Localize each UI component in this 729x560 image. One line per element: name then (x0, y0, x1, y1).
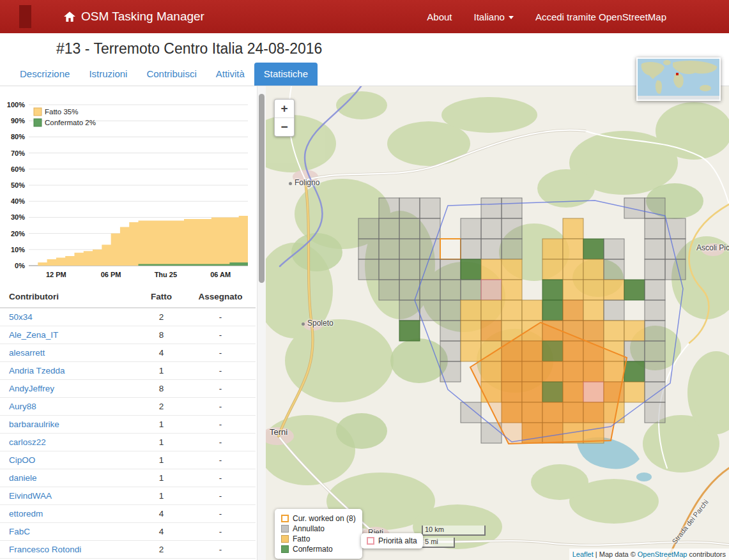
task-cell[interactable] (624, 198, 645, 218)
login-link[interactable]: Accedi tramite OpenStreetMap (535, 11, 666, 22)
contributor-link[interactable]: AndyJeffrey (9, 384, 54, 393)
task-cell[interactable] (604, 259, 624, 280)
leaflet-link[interactable]: Leaflet (572, 550, 594, 558)
task-cell[interactable] (399, 198, 420, 218)
task-cell[interactable] (461, 280, 481, 300)
task-cell[interactable] (583, 239, 604, 259)
osm-link[interactable]: OpenStreetMap (638, 550, 687, 558)
contributor-link[interactable]: Ale_Zena_IT (9, 330, 58, 340)
contributor-link[interactable]: ettoredm (9, 509, 43, 518)
task-cell[interactable] (502, 259, 522, 280)
contributor-link[interactable]: daniele (9, 473, 37, 483)
task-cell[interactable] (440, 341, 461, 361)
task-cell[interactable] (481, 280, 502, 300)
about-link[interactable]: About (427, 11, 452, 22)
task-cell[interactable] (583, 280, 604, 300)
task-cell[interactable] (379, 259, 399, 280)
task-cell[interactable] (583, 259, 604, 280)
task-cell[interactable] (481, 239, 502, 259)
task-cell[interactable] (502, 218, 522, 239)
task-cell[interactable] (542, 300, 563, 321)
task-cell[interactable] (461, 341, 481, 361)
task-cell[interactable] (624, 321, 645, 341)
task-cell[interactable] (563, 239, 583, 259)
task-cell[interactable] (604, 280, 624, 300)
contributor-link[interactable]: Aury88 (9, 402, 36, 411)
task-cell[interactable] (399, 259, 420, 280)
task-cell[interactable] (399, 280, 420, 300)
task-cell[interactable] (542, 259, 563, 280)
task-cell[interactable] (481, 321, 502, 341)
contributor-link[interactable]: Francesco Rotondi (9, 545, 81, 554)
task-cell[interactable] (358, 259, 379, 280)
tab-attivita[interactable]: Attività (206, 63, 254, 86)
task-map[interactable]: + − Foligno Spoleto Terni Rieti Ascoli P… (266, 86, 729, 560)
task-cell[interactable] (440, 259, 461, 280)
task-cell[interactable] (502, 198, 522, 218)
task-cell[interactable] (502, 239, 522, 259)
task-cell[interactable] (440, 321, 461, 341)
scrollbar-thumb[interactable] (259, 94, 265, 283)
task-cell[interactable] (379, 280, 399, 300)
task-cell[interactable] (461, 239, 481, 259)
task-cell[interactable] (502, 300, 522, 321)
task-cell[interactable] (440, 300, 461, 321)
task-cell[interactable] (379, 218, 399, 239)
task-cell[interactable] (624, 280, 645, 300)
task-cell[interactable] (461, 402, 481, 423)
task-cell[interactable] (645, 300, 665, 321)
task-cell[interactable] (645, 259, 665, 280)
task-cell[interactable] (645, 402, 665, 423)
task-cell[interactable] (379, 198, 399, 218)
task-cell[interactable] (420, 280, 440, 300)
task-cell[interactable] (379, 239, 399, 259)
task-cell[interactable] (461, 300, 481, 321)
task-cell[interactable] (645, 321, 665, 341)
task-cell[interactable] (624, 361, 645, 382)
panel-scrollbar[interactable] (257, 86, 266, 560)
task-cell[interactable] (399, 218, 420, 239)
zoom-out-button[interactable]: − (275, 117, 294, 136)
contributor-link[interactable]: CipOO (9, 455, 35, 465)
task-cell[interactable] (440, 239, 461, 259)
task-cell[interactable] (440, 361, 461, 382)
task-cell[interactable] (583, 321, 604, 341)
task-cell[interactable] (645, 341, 665, 361)
task-cell[interactable] (358, 218, 379, 239)
task-cell[interactable] (624, 341, 645, 361)
contributor-link[interactable]: alesarrett (9, 348, 45, 358)
tab-contribuisci[interactable]: Contribuisci (137, 63, 206, 86)
task-cell[interactable] (563, 259, 583, 280)
task-cell[interactable] (481, 423, 502, 443)
task-cell[interactable] (461, 259, 481, 280)
task-cell[interactable] (563, 280, 583, 300)
tab-istruzioni[interactable]: Istruzioni (79, 63, 137, 86)
task-cell[interactable] (399, 239, 420, 259)
task-cell[interactable] (645, 361, 665, 382)
task-cell[interactable] (461, 218, 481, 239)
task-cell[interactable] (563, 300, 583, 321)
task-cell[interactable] (440, 280, 461, 300)
task-cell[interactable] (604, 300, 624, 321)
task-cell[interactable] (481, 218, 502, 239)
task-cell[interactable] (645, 280, 665, 300)
task-cell[interactable] (522, 300, 542, 321)
task-cell[interactable] (604, 321, 624, 341)
task-cell[interactable] (583, 300, 604, 321)
task-cell[interactable] (665, 259, 686, 280)
overview-map[interactable] (636, 57, 721, 101)
task-cell[interactable] (502, 280, 522, 300)
language-dropdown[interactable]: Italiano (474, 11, 514, 22)
contributor-link[interactable]: Andria Tzedda (9, 366, 65, 375)
task-cell[interactable] (604, 239, 624, 259)
contributor-link[interactable]: barbaraulrike (9, 420, 59, 429)
task-cell[interactable] (420, 198, 440, 218)
contributor-link[interactable]: FabC (9, 527, 30, 536)
contributor-link[interactable]: EivindWAA (9, 491, 52, 501)
task-cell[interactable] (481, 300, 502, 321)
task-cell[interactable] (358, 239, 379, 259)
task-cell[interactable] (399, 321, 420, 341)
task-cell[interactable] (420, 300, 440, 321)
task-cell[interactable] (461, 321, 481, 341)
tab-descrizione[interactable]: Descrizione (10, 63, 79, 86)
